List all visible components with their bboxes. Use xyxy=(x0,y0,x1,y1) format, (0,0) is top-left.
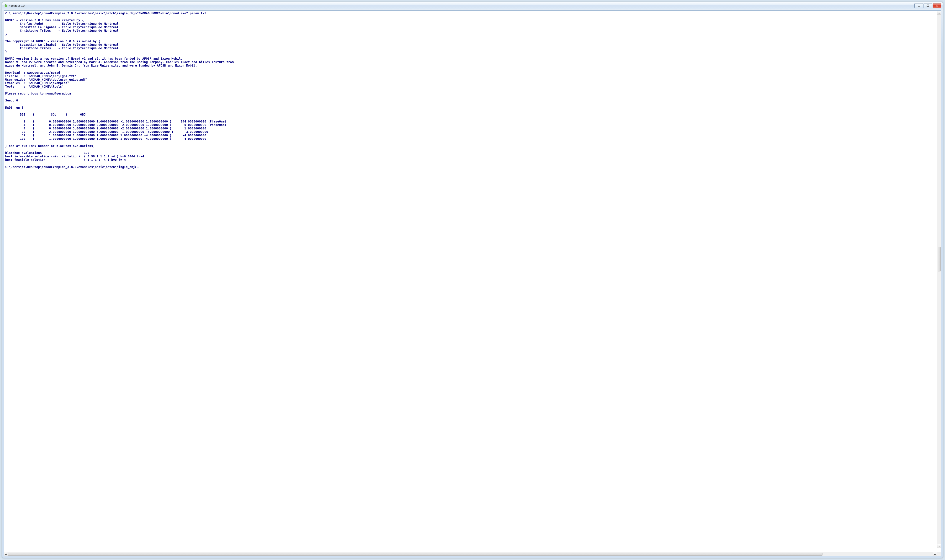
brace-close: } xyxy=(5,50,7,53)
command-line: C:\Users\ct\Desktop\nomadExamples_3.8.0\… xyxy=(5,11,206,15)
author-line: Charles Audet - Ecole Polytechnique de M… xyxy=(5,22,119,25)
author-line: Christophe Tribes - Ecole Polytechnique … xyxy=(5,29,119,32)
brace-close: } xyxy=(5,32,7,36)
userguide-line: User guide: '%NOMAD_HOME%\doc\user_guide… xyxy=(5,78,88,81)
table-row: 4 ( 0.0000000000 3.0000000000 2.00000000… xyxy=(5,123,226,127)
table-header: BBE ( SOL ) OBJ xyxy=(5,113,86,116)
console-viewport: C:\Users\ct\Desktop\nomadExamples_3.8.0\… xyxy=(4,11,941,552)
scroll-track-horizontal[interactable] xyxy=(8,552,933,556)
app-window: nomad.3.8.0 C:\Users\ct\Desktop\nomadExa… xyxy=(2,2,943,558)
close-button[interactable] xyxy=(933,3,941,8)
horizontal-scrollbar[interactable]: ◀ ▶ xyxy=(4,552,941,556)
bb-evals-line: blackbox evaluations : 100 xyxy=(5,151,89,155)
minimize-button[interactable] xyxy=(914,3,923,8)
window-title: nomad.3.8.0 xyxy=(9,4,25,8)
funding-line: NOMAD version 3 is a new version of Noma… xyxy=(5,57,183,60)
cursor-icon xyxy=(137,165,139,168)
scroll-down-arrow-icon[interactable]: ▼ xyxy=(937,544,941,548)
client-area: C:\Users\ct\Desktop\nomadExamples_3.8.0\… xyxy=(4,11,941,556)
scroll-left-arrow-icon[interactable]: ◀ xyxy=(4,552,8,556)
seed-line: Seed: 0 xyxy=(5,98,18,102)
vertical-scrollbar[interactable]: ▲ ▼ xyxy=(937,11,941,548)
copyright-author: Sebastien Le Digabel - Ecole Polytechniq… xyxy=(5,43,119,46)
end-of-run: } end of run (max number of blackbox eva… xyxy=(5,144,95,148)
svg-rect-1 xyxy=(927,5,929,6)
funding-line: nique de Montreal, and John E. Dennis Jr… xyxy=(5,64,197,67)
mads-open: MADS run { xyxy=(5,106,23,109)
maximize-button[interactable] xyxy=(923,3,932,8)
header-line: NOMAD - version 3.8.0 has been created b… xyxy=(5,18,84,22)
scrollbar-corner xyxy=(937,552,941,556)
table-row: 57 ( 1.0000000000 1.0000000000 1.0000000… xyxy=(5,134,206,137)
best-infeasible-line: best infeasible solution (min. violation… xyxy=(5,155,144,158)
download-line: Download : www.gerad.ca/nomad xyxy=(5,71,60,74)
bugs-line: Please report bugs to nomad@gerad.ca xyxy=(5,92,71,95)
table-row: 100 ( 1.0000000000 1.0000000000 1.000000… xyxy=(5,137,206,140)
funding-line: Nomad v1 and v2 were created and develop… xyxy=(5,60,234,64)
console-output[interactable]: C:\Users\ct\Desktop\nomadExamples_3.8.0\… xyxy=(4,11,941,552)
table-row: 4 ( 0.0000000000 3.0000000000 2.00000000… xyxy=(5,127,206,130)
app-icon xyxy=(4,4,8,8)
license-line: License : '%NOMAD_HOME%\src\lgpl.txt' xyxy=(5,74,77,78)
scroll-thumb-vertical[interactable] xyxy=(937,247,941,271)
copyright-line: The copyright of NOMAD - version 3.8.0 i… xyxy=(5,40,100,43)
scroll-right-arrow-icon[interactable]: ▶ xyxy=(933,552,937,556)
scroll-thumb-horizontal[interactable] xyxy=(8,552,822,556)
svg-rect-0 xyxy=(918,6,920,6)
examples-line: Examples : '%NOMAD_HOME%\examples' xyxy=(5,81,69,85)
copyright-author: Christophe Tribes - Ecole Polytechnique … xyxy=(5,46,119,50)
scroll-up-arrow-icon[interactable]: ▲ xyxy=(937,11,941,14)
prompt-line: C:\Users\ct\Desktop\nomadExamples_3.8.0\… xyxy=(5,165,137,169)
author-line: Sebastien Le Digabel - Ecole Polytechniq… xyxy=(5,25,119,29)
best-feasible-line: best feasible solution : ( 1 1 1 1 -4 ) … xyxy=(5,158,126,162)
table-row: 2 ( 0.0000000000 1.0000000000 1.00000000… xyxy=(5,120,226,123)
window-controls xyxy=(914,3,941,8)
tools-line: Tools : '%NOMAD_HOME%\tools' xyxy=(5,85,64,88)
titlebar[interactable]: nomad.3.8.0 xyxy=(2,2,943,9)
table-row: 20 ( 2.0000000000 1.0000000000 3.0000000… xyxy=(5,130,208,134)
